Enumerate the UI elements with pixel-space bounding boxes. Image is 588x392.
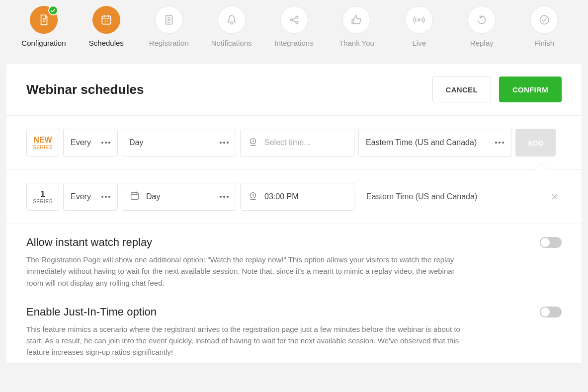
delete-series-button[interactable]: [548, 190, 562, 204]
step-schedules[interactable]: 17 Schedules: [83, 6, 130, 47]
document-edit-icon: [37, 13, 50, 26]
step-label: Live: [413, 39, 426, 47]
frequency-select[interactable]: Every: [63, 129, 118, 157]
toggle-instant-replay[interactable]: [540, 237, 562, 248]
step-configuration[interactable]: Configuration: [20, 6, 68, 47]
undo-icon: [475, 13, 488, 26]
step-label: Replay: [470, 39, 494, 47]
series-chip: 1 SERIES: [26, 183, 59, 211]
toggle-jit[interactable]: [540, 307, 562, 317]
unit-select[interactable]: Day: [122, 183, 236, 211]
clock-icon: [248, 190, 258, 203]
new-series-row: NEW SERIES Every Day Select time... East…: [6, 116, 582, 170]
step-notifications[interactable]: Notifications: [208, 6, 255, 47]
step-label: Schedules: [89, 39, 124, 47]
svg-point-4: [296, 16, 298, 18]
calendar-small-icon: [129, 190, 140, 203]
step-label: Configuration: [21, 39, 66, 47]
unit-select[interactable]: Day: [122, 129, 236, 157]
svg-rect-9: [131, 193, 139, 200]
step-integrations[interactable]: Integrations: [270, 6, 318, 47]
cancel-button[interactable]: CANCEL: [432, 77, 491, 102]
wizard-stepper: Configuration 17 Schedules Registration …: [0, 0, 588, 56]
bell-icon: [225, 13, 238, 26]
option-instant-replay: Allow instant watch replay The Registrat…: [6, 224, 582, 294]
broadcast-icon: [413, 13, 425, 26]
svg-point-5: [296, 21, 298, 23]
series-row: 1 SERIES Every Day 03:00 PM Eastern T: [6, 170, 582, 224]
step-thank-you[interactable]: Thank You: [333, 6, 380, 47]
step-replay[interactable]: Replay: [458, 6, 505, 47]
calendar-icon: 17: [100, 13, 113, 26]
list-icon: [163, 13, 175, 26]
timezone-select[interactable]: Eastern Time (US and Canada): [358, 129, 511, 157]
step-finish[interactable]: Finish: [520, 6, 568, 47]
time-select[interactable]: 03:00 PM: [240, 183, 354, 211]
frequency-select[interactable]: Every: [63, 183, 118, 211]
confirm-button[interactable]: CONFIRM: [499, 77, 562, 102]
timezone-text: Eastern Time (US and Canada): [358, 192, 544, 201]
thumbs-up-icon: [350, 13, 363, 26]
time-select[interactable]: Select time...: [240, 129, 354, 157]
schedule-card: Webinar schedules CANCEL CONFIRM NEW SER…: [6, 63, 582, 364]
option-jit: Enable Just-In-Time option This feature …: [6, 294, 582, 363]
new-series-chip: NEW SERIES: [26, 129, 59, 157]
step-registration[interactable]: Registration: [145, 6, 193, 47]
svg-point-3: [290, 19, 292, 21]
share-icon: [288, 13, 301, 26]
ellipsis-icon: [101, 196, 110, 198]
ellipsis-icon: [220, 142, 229, 144]
step-label: Registration: [149, 39, 189, 47]
step-label: Integrations: [274, 39, 313, 47]
close-icon: [550, 192, 560, 202]
step-label: Thank You: [339, 39, 374, 47]
page-title: Webinar schedules: [26, 82, 144, 97]
add-button[interactable]: ADD: [515, 129, 556, 157]
svg-point-6: [418, 19, 420, 21]
step-live[interactable]: Live: [395, 6, 443, 47]
ellipsis-icon: [220, 196, 229, 198]
check-badge-icon: [48, 5, 58, 15]
check-circle-icon: [538, 13, 551, 26]
clock-icon: [248, 136, 258, 149]
step-label: Notifications: [211, 39, 252, 47]
ellipsis-icon: [495, 142, 504, 144]
card-header: Webinar schedules CANCEL CONFIRM: [6, 64, 582, 116]
ellipsis-icon: [101, 142, 110, 144]
svg-point-7: [540, 15, 548, 24]
step-label: Finish: [534, 39, 554, 47]
svg-text:17: 17: [104, 19, 108, 23]
